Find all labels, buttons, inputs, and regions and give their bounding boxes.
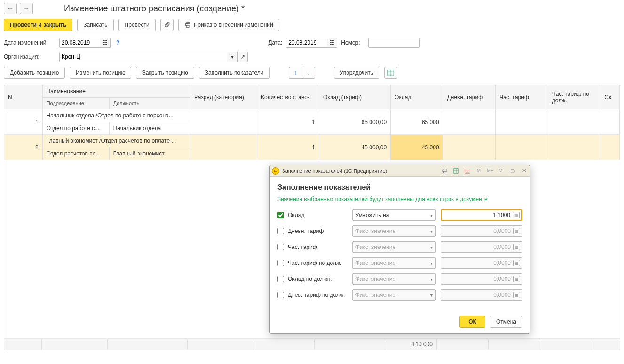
print-icon[interactable] bbox=[441, 167, 449, 175]
order-button[interactable]: Упорядочить bbox=[334, 67, 379, 79]
org-input[interactable] bbox=[59, 52, 229, 62]
memory-mplus-button[interactable]: M+ bbox=[486, 167, 494, 175]
mode-select[interactable]: Фикс. значение ▾ bbox=[352, 257, 436, 269]
mode-value: Умножить на bbox=[355, 212, 389, 218]
chevron-down-icon: ▾ bbox=[430, 229, 433, 234]
mode-value: Фикс. значение bbox=[355, 260, 395, 266]
fill-indicators-button[interactable]: Заполнить показатели bbox=[199, 67, 270, 79]
calendar-icon[interactable]: 31 bbox=[463, 167, 472, 175]
edit-position-button[interactable]: Изменить позицию bbox=[70, 67, 131, 79]
close-button[interactable]: ✕ bbox=[520, 167, 528, 175]
attach-button[interactable] bbox=[160, 19, 174, 31]
table-row[interactable]: 2 Главный экономист /Отдел расчетов по о… bbox=[4, 135, 620, 147]
value-text: 0,0000 bbox=[493, 228, 511, 234]
col-position: Должность bbox=[109, 98, 190, 109]
cell-name: Главный экономист /Отдел расчетов по опл… bbox=[42, 135, 190, 147]
arrow-up-icon: ↑ bbox=[294, 70, 297, 76]
value-text: 1,1000 bbox=[493, 212, 510, 218]
date-picker-button[interactable]: ☷ bbox=[327, 38, 337, 48]
indicator-checkbox-salary-pos[interactable]: Оклад по должн. bbox=[277, 276, 348, 282]
cell-salary-pos bbox=[600, 109, 620, 135]
col-name: Наименование bbox=[42, 85, 190, 98]
cell-salary: 65 000 bbox=[391, 109, 443, 135]
indicator-checkbox-salary[interactable]: Оклад bbox=[277, 212, 348, 218]
chevron-down-icon: ▾ bbox=[231, 54, 234, 60]
calculator-icon[interactable]: ▦ bbox=[513, 212, 520, 218]
indicator-checkbox-day-tariff[interactable]: Дневн. тариф bbox=[277, 228, 348, 234]
table-row[interactable]: 1 Начальник отдела /Отдел по работе с пе… bbox=[4, 109, 620, 122]
mode-value: Фикс. значение bbox=[355, 276, 395, 282]
value-text: 0,0000 bbox=[493, 260, 511, 266]
cell-day-tariff bbox=[443, 109, 496, 135]
close-position-button[interactable]: Закрыть позицию bbox=[136, 67, 194, 79]
number-input[interactable] bbox=[368, 38, 420, 48]
printer-icon bbox=[184, 22, 191, 28]
checkbox-hour-tariff[interactable] bbox=[277, 244, 284, 250]
print-order-button[interactable]: Приказ о внесении изменений bbox=[178, 19, 279, 31]
mode-select[interactable]: Умножить на ▾ bbox=[352, 209, 436, 221]
add-position-button[interactable]: Добавить позицию bbox=[4, 67, 65, 79]
calculator-icon[interactable]: ▦ bbox=[513, 292, 520, 298]
cell-n: 2 bbox=[4, 135, 42, 160]
checkbox-salary[interactable] bbox=[277, 212, 284, 218]
date-input[interactable] bbox=[286, 38, 328, 48]
indicator-checkbox-hour-tariff[interactable]: Час. тариф bbox=[277, 244, 348, 250]
post-button[interactable]: Провести bbox=[118, 19, 156, 31]
calculator-icon[interactable]: ▦ bbox=[513, 244, 520, 250]
cell-salary-pos bbox=[600, 135, 620, 160]
table-footer: 110 000 bbox=[4, 339, 620, 350]
mode-select[interactable]: Фикс. значение ▾ bbox=[352, 225, 436, 237]
value-input[interactable]: 0,0000 ▦ bbox=[441, 241, 522, 253]
table-icon[interactable] bbox=[452, 167, 460, 175]
cell-day-tariff bbox=[443, 135, 496, 160]
memory-mminus-button[interactable]: M- bbox=[497, 167, 506, 175]
org-open-button[interactable]: ↗ bbox=[237, 52, 248, 62]
dialog-description: Значения выбранных показателей будут зап… bbox=[277, 195, 522, 203]
post-and-close-button[interactable]: Провести и закрыть bbox=[4, 19, 72, 31]
cell-salary-tariff: 45 000,00 bbox=[319, 135, 390, 160]
settings-button[interactable] bbox=[384, 67, 397, 79]
ok-button[interactable]: ОК bbox=[459, 316, 485, 328]
indicator-label: Оклад по должн. bbox=[288, 276, 332, 282]
indicator-checkbox-hour-tariff-pos[interactable]: Час. тариф по долж. bbox=[277, 260, 348, 266]
value-input[interactable]: 0,0000 ▦ bbox=[441, 225, 522, 237]
value-input[interactable]: 0,0000 ▦ bbox=[441, 257, 522, 269]
indicator-checkbox-day-tariff-pos[interactable]: Днев. тариф по долж. bbox=[277, 292, 348, 298]
cell-n: 1 bbox=[4, 109, 42, 135]
checkbox-day-tariff[interactable] bbox=[277, 228, 284, 234]
mode-select[interactable]: Фикс. значение ▾ bbox=[352, 273, 436, 285]
change-date-picker-button[interactable]: ☷ bbox=[100, 38, 111, 48]
checkbox-hour-tariff-pos[interactable] bbox=[277, 260, 284, 266]
change-date-input[interactable] bbox=[59, 38, 102, 48]
table-settings-icon bbox=[387, 70, 394, 76]
value-input[interactable]: 1,1000 ▦ bbox=[441, 209, 522, 221]
org-dropdown-button[interactable]: ▾ bbox=[227, 52, 237, 62]
value-input[interactable]: 0,0000 ▦ bbox=[441, 273, 522, 285]
move-down-button[interactable]: ↓ bbox=[302, 67, 315, 79]
calculator-icon[interactable]: ▦ bbox=[513, 228, 520, 234]
checkbox-salary-pos[interactable] bbox=[277, 276, 284, 282]
help-link[interactable]: ? bbox=[116, 39, 119, 46]
nav-back-button[interactable]: ← bbox=[4, 3, 17, 14]
chevron-down-icon: ▾ bbox=[430, 261, 433, 266]
calendar-icon: ☷ bbox=[103, 39, 108, 46]
save-button[interactable]: Записать bbox=[77, 19, 113, 31]
calculator-icon[interactable]: ▦ bbox=[513, 260, 520, 266]
minimize-button[interactable]: ▢ bbox=[508, 167, 517, 175]
mode-select[interactable]: Фикс. значение ▾ bbox=[352, 241, 436, 253]
cell-rank bbox=[190, 135, 257, 160]
col-subdivision: Подразделение bbox=[42, 98, 109, 109]
cell-salary[interactable]: 45 000 bbox=[391, 135, 443, 160]
value-input[interactable]: 0,0000 ▦ bbox=[441, 289, 522, 301]
cell-hour-tariff-pos bbox=[548, 109, 600, 135]
calculator-icon[interactable]: ▦ bbox=[513, 276, 520, 282]
cancel-button[interactable]: Отмена bbox=[490, 316, 522, 328]
page-title: Изменение штатного расписания (создание)… bbox=[64, 4, 245, 14]
move-up-button[interactable]: ↑ bbox=[289, 67, 302, 79]
memory-m-button[interactable]: M bbox=[474, 167, 483, 175]
indicator-label: Час. тариф bbox=[288, 244, 317, 250]
checkbox-day-tariff-pos[interactable] bbox=[277, 292, 284, 298]
mode-select[interactable]: Фикс. значение ▾ bbox=[352, 289, 436, 301]
nav-forward-button[interactable]: → bbox=[20, 3, 33, 14]
cell-rate-count: 1 bbox=[257, 109, 319, 135]
